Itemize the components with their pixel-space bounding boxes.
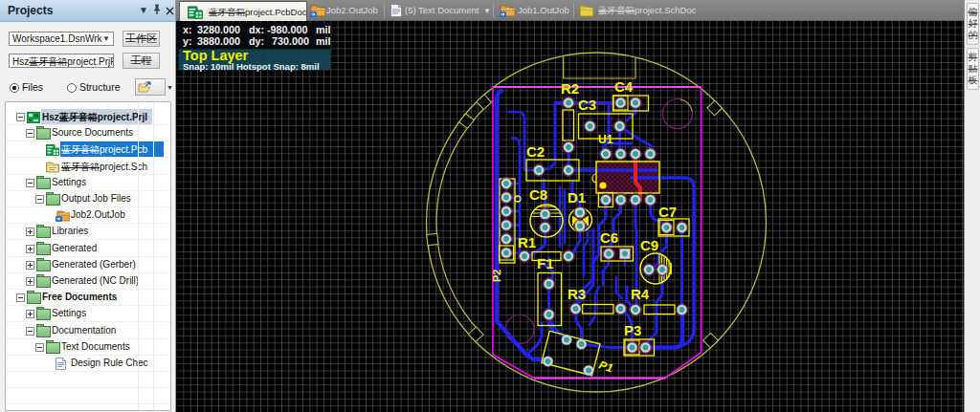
svg-text:C8: C8: [529, 186, 547, 203]
svg-text:P2: P2: [491, 270, 502, 282]
svg-text:-980.000: -980.000: [267, 24, 308, 35]
svg-text:R2: R2: [561, 80, 579, 97]
svg-text:F1: F1: [537, 255, 554, 271]
svg-text:dx:: dx:: [249, 24, 264, 35]
svg-text:C6: C6: [600, 229, 618, 246]
svg-text:mil: mil: [316, 35, 331, 47]
svg-text:C4: C4: [614, 78, 634, 95]
svg-text:730.000: 730.000: [272, 35, 309, 47]
svg-text:R3: R3: [568, 286, 586, 302]
svg-text:C7: C7: [658, 204, 677, 220]
svg-text:dy:: dy:: [249, 35, 264, 47]
svg-text:U1: U1: [598, 133, 613, 146]
svg-text:mil: mil: [316, 24, 331, 35]
svg-text:3280.000: 3280.000: [197, 24, 240, 35]
svg-text:R1: R1: [518, 234, 536, 250]
svg-text:x:: x:: [183, 24, 192, 35]
svg-text:y:: y:: [183, 35, 192, 47]
svg-text:Snap: 10mil Hotspot Snap: 8mil: Snap: 10mil Hotspot Snap: 8mil: [183, 61, 320, 72]
svg-text:C3: C3: [578, 97, 596, 113]
svg-text:D1: D1: [568, 189, 586, 206]
svg-text:R4: R4: [631, 286, 650, 302]
svg-text:C9: C9: [640, 237, 658, 253]
svg-text:3880.000: 3880.000: [197, 35, 240, 47]
svg-text:P3: P3: [624, 322, 641, 338]
svg-text:C2: C2: [526, 143, 545, 160]
